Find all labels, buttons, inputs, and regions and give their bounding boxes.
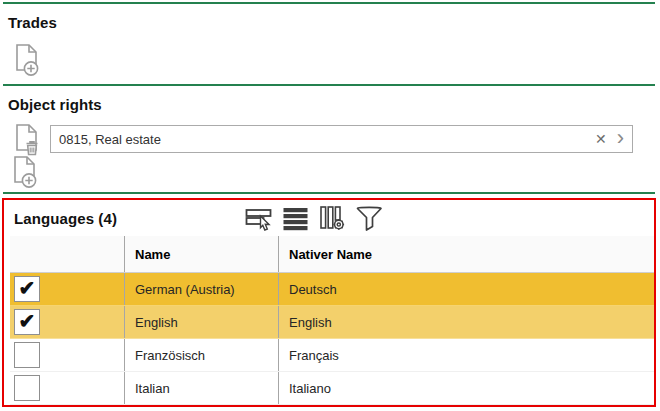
add-document-button[interactable] bbox=[10, 43, 44, 77]
clear-button[interactable]: ✕ bbox=[589, 132, 613, 146]
delete-document-button[interactable] bbox=[10, 123, 44, 157]
delete-document-icon bbox=[12, 123, 42, 157]
table-row[interactable]: Italian Italiano bbox=[10, 372, 654, 405]
object-rights-title: Object rights bbox=[8, 96, 652, 113]
column-settings-icon bbox=[319, 205, 346, 232]
column-settings-button[interactable] bbox=[318, 204, 347, 233]
object-rights-section: Object rights 0815, Real estate ✕ › bbox=[0, 96, 660, 189]
language-name: Italian bbox=[124, 372, 278, 404]
checkbox-column-header bbox=[10, 236, 124, 272]
table-header-row: Name Nativer Name bbox=[10, 236, 654, 273]
section-divider bbox=[3, 2, 655, 4]
native-name-column-header[interactable]: Nativer Name bbox=[278, 236, 654, 272]
row-checkbox[interactable]: ✔ bbox=[14, 276, 40, 302]
add-document-icon bbox=[12, 43, 42, 77]
select-rows-button[interactable] bbox=[244, 204, 273, 233]
add-document-icon bbox=[10, 155, 44, 189]
row-list-icon bbox=[282, 205, 309, 232]
filter-button[interactable] bbox=[355, 204, 384, 233]
table-row[interactable]: Französisch Français bbox=[10, 339, 654, 372]
row-checkbox[interactable] bbox=[14, 375, 40, 401]
language-name: English bbox=[124, 306, 278, 338]
row-checkbox[interactable] bbox=[14, 342, 40, 368]
language-native-name: Italiano bbox=[278, 372, 654, 404]
row-list-button[interactable] bbox=[281, 204, 310, 233]
languages-section: Languages (4) bbox=[2, 198, 656, 407]
section-divider bbox=[3, 192, 655, 194]
languages-table: Name Nativer Name ✔ German (Austria) Deu… bbox=[10, 236, 654, 405]
table-row[interactable]: ✔ English English bbox=[10, 306, 654, 339]
object-rights-field-value: 0815, Real estate bbox=[59, 132, 589, 147]
checkmark-icon: ✔ bbox=[19, 278, 36, 298]
language-native-name: Deutsch bbox=[278, 273, 654, 305]
language-name: Französisch bbox=[124, 339, 278, 371]
filter-icon bbox=[355, 205, 384, 232]
row-checkbox[interactable]: ✔ bbox=[14, 309, 40, 335]
add-document-button[interactable] bbox=[10, 155, 44, 189]
object-rights-field[interactable]: 0815, Real estate ✕ › bbox=[50, 125, 633, 153]
select-rows-icon bbox=[245, 205, 272, 232]
name-column-header[interactable]: Name bbox=[124, 236, 278, 272]
checkmark-icon: ✔ bbox=[19, 311, 36, 331]
language-name: German (Austria) bbox=[124, 273, 278, 305]
open-chevron-button[interactable]: › bbox=[613, 127, 626, 152]
languages-title: Languages (4) bbox=[14, 210, 117, 227]
trades-section: Trades bbox=[0, 14, 660, 84]
languages-toolbar bbox=[244, 204, 384, 233]
trades-title: Trades bbox=[8, 14, 652, 31]
section-divider bbox=[3, 84, 655, 86]
language-native-name: Français bbox=[278, 339, 654, 371]
table-row[interactable]: ✔ German (Austria) Deutsch bbox=[10, 273, 654, 306]
language-native-name: English bbox=[278, 306, 654, 338]
